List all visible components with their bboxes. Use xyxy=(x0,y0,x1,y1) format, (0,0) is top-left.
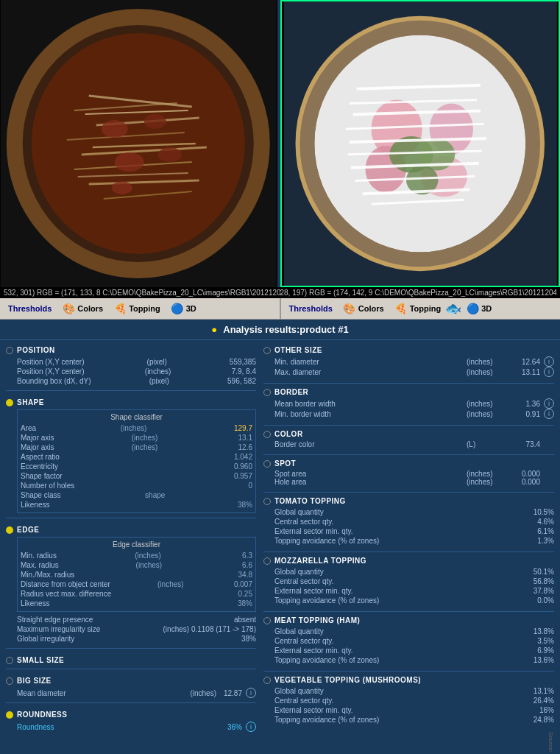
right-pizza-panel xyxy=(280,0,561,287)
right-topping-icon: 🍕 xyxy=(394,302,408,315)
watermark-text: Source: PPM Analytics xyxy=(547,732,554,754)
image-section xyxy=(0,0,560,287)
shape-row-class: Shape class shape xyxy=(21,490,252,500)
left-status: 532, 301) RGB = (171, 133, 8 C:\DEMO\QBa… xyxy=(4,289,280,297)
small-size-dot xyxy=(6,657,13,664)
edge-section-header: EDGE xyxy=(6,526,256,534)
right-colors-button[interactable]: 🎨 Colors xyxy=(339,300,389,317)
shape-row-major2: Major axis (inches) 12.6 xyxy=(21,443,252,452)
spot-area-row: Spot area (inches) 0.000 xyxy=(263,470,554,478)
svg-point-3 xyxy=(32,33,245,254)
left-toolbar-section: Thresholds 🎨 Colors 🍕 Topping 🔵 3D xyxy=(0,298,280,319)
colors-label: Colors xyxy=(77,304,103,313)
meat-central: Central sector qty. 3.5% xyxy=(263,636,554,646)
border-info-2[interactable]: i xyxy=(544,409,554,419)
svg-point-15 xyxy=(158,147,182,162)
edge-row-likeness: Likeness 38% xyxy=(21,599,252,608)
left-thresholds-button[interactable]: Thresholds xyxy=(4,303,56,314)
shape-row-area: Area (inches) 129.7 xyxy=(21,423,252,433)
veg-external: External sector min. qty. 16% xyxy=(263,705,554,715)
mozz-central: Central sector qty. 56.8% xyxy=(263,577,554,586)
position-title: POSITION xyxy=(17,346,55,354)
position-row-3: Bounding box (dX, dY) (pixel) 596, 582 xyxy=(6,376,256,386)
mean-border-row: Mean border width (inches) 1.36 i xyxy=(263,398,554,409)
right-status: 28, 197) RGB = (174, 142, 9 C:\DEMO\QBak… xyxy=(280,289,557,297)
left-colors-button[interactable]: 🎨 Colors xyxy=(57,300,107,317)
border-header: BORDER xyxy=(263,388,554,396)
left-topping-button[interactable]: 🍕 Topping xyxy=(109,300,165,317)
shape-section-header: SHAPE xyxy=(6,398,256,406)
3d-label-left: 3D xyxy=(186,304,196,313)
tomato-header: TOMATO TOPPING xyxy=(263,497,554,505)
right-thresholds-button[interactable]: Thresholds xyxy=(285,303,337,314)
right-thresholds-label: Thresholds xyxy=(289,304,333,313)
3d-icon-left: 🔵 xyxy=(171,302,184,315)
vegetable-header: VEGETABLE TOPPING (MUSHROOMS) xyxy=(263,676,554,684)
roundness-row: Roundness 36% i xyxy=(6,722,256,732)
spot-dot xyxy=(263,460,271,468)
analysis-header: ● Analysis results:product #1 xyxy=(0,320,560,340)
right-topping-label: Topping xyxy=(410,304,442,313)
edge-dot xyxy=(6,526,13,534)
tomato-dot xyxy=(263,498,271,505)
spot-title: SPOT xyxy=(274,459,296,468)
other-size-header: OTHER SIZE xyxy=(263,346,554,354)
right-3d-button[interactable]: 🔵 3D xyxy=(461,300,496,317)
toolbar: Thresholds 🎨 Colors 🍕 Topping 🔵 3D Thres… xyxy=(0,298,560,320)
big-size-row: Mean diameter (inches) 12.87 i xyxy=(6,688,256,698)
main-content: POSITION Position (X,Y center) (pixel) 5… xyxy=(0,340,560,754)
veg-central: Central sector qty. 26.4% xyxy=(263,696,554,705)
mozzarella-header: MOZZARELLA TOPPING xyxy=(263,557,554,565)
border-section: BORDER Mean border width (inches) 1.36 i… xyxy=(263,388,554,419)
min-diameter-row: Min. diameter (inches) 12.64 i xyxy=(263,356,554,367)
edge-row-max: Max. radius (inches) 6.6 xyxy=(21,560,252,570)
edge-straight: Straight edge presence absent xyxy=(6,615,256,624)
edge-row-minmax: Min./Max. radius 34.8 xyxy=(21,570,252,579)
shape-row-likeness: Likeness 38% xyxy=(21,500,252,510)
right-extra-icon: 🐟 xyxy=(447,302,460,315)
colors-icon: 🎨 xyxy=(62,302,75,315)
left-3d-button[interactable]: 🔵 3D xyxy=(166,300,201,317)
position-dot xyxy=(6,347,13,354)
big-size-dot xyxy=(6,677,13,685)
position-row-2: Position (X,Y center) (inches) 7.9, 8.4 xyxy=(6,367,256,376)
roundness-section-header: ROUNDNESS xyxy=(6,711,256,719)
mozz-global: Global quantity 50.1% xyxy=(263,567,554,577)
border-color-row: Border color (L) 73.4 xyxy=(263,440,554,448)
edge-title: EDGE xyxy=(17,526,39,534)
spot-section: SPOT Spot area (inches) 0.000 Hole area … xyxy=(263,459,554,486)
3d-icon-right: 🔵 xyxy=(466,302,479,315)
left-pizza-panel xyxy=(0,0,277,287)
edge-classifier-title: Edge classifier xyxy=(21,540,252,549)
shape-title: SHAPE xyxy=(17,398,44,406)
mozzarella-title: MOZZARELLA TOPPING xyxy=(274,557,366,565)
color-section: COLOR Border color (L) 73.4 xyxy=(263,430,554,448)
mozzarella-dot xyxy=(263,557,271,565)
position-row-1: Position (X,Y center) (pixel) 559,385 xyxy=(6,357,256,367)
other-size-section: OTHER SIZE Min. diameter (inches) 12.64 … xyxy=(263,346,554,377)
big-size-info[interactable]: i xyxy=(246,688,256,698)
right-column: OTHER SIZE Min. diameter (inches) 12.64 … xyxy=(263,346,554,754)
border-info-1[interactable]: i xyxy=(544,398,554,409)
small-size-title: SMALL SIZE xyxy=(17,656,64,664)
status-bar: 532, 301) RGB = (171, 133, 8 C:\DEMO\QBa… xyxy=(0,287,560,298)
right-topping-button[interactable]: 🍕 Topping xyxy=(390,300,446,317)
right-colors-label: Colors xyxy=(358,304,384,313)
vegetable-dot xyxy=(263,677,271,684)
min-border-row: Min. border width (inches) 0.91 i xyxy=(263,409,554,419)
other-size-info-2[interactable]: i xyxy=(544,367,554,377)
tomato-external: External sector min. qty. 6.1% xyxy=(263,526,554,536)
shape-row-aspect: Aspect ratio 1.042 xyxy=(21,452,252,462)
tomato-section: TOMATO TOPPING Global quantity 10.5% Cen… xyxy=(263,497,554,546)
shape-classifier-table: Shape classifier Area (inches) 129.7 Maj… xyxy=(17,409,256,513)
meat-title: MEAT TOPPING (HAM) xyxy=(274,616,360,624)
veg-avoidance: Topping avoidance (% of zones) 24.8% xyxy=(263,715,554,725)
shape-dot xyxy=(6,399,13,406)
edge-row-rvect: Radius vect max. difference 0.25 xyxy=(21,589,252,599)
roundness-info[interactable]: i xyxy=(246,722,256,732)
border-dot xyxy=(263,389,271,396)
meat-section: MEAT TOPPING (HAM) Global quantity 13.8%… xyxy=(263,616,554,665)
other-size-info-1[interactable]: i xyxy=(544,356,554,367)
edge-row-distance: Distance from object center (inches) 0.0… xyxy=(21,579,252,589)
edge-classifier-table: Edge classifier Min. radius (inches) 6.3… xyxy=(17,537,256,612)
